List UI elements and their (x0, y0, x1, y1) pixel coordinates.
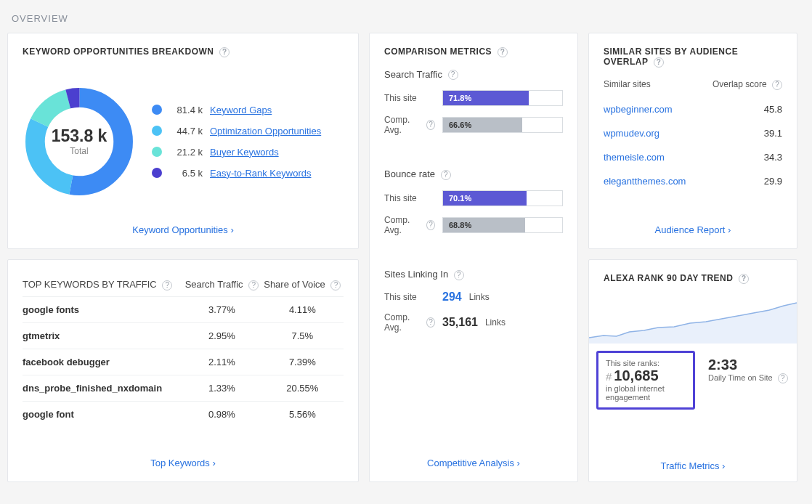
help-icon[interactable]: ? (739, 274, 749, 284)
similar-site-link[interactable]: wpbeginner.com (604, 104, 673, 115)
row-label: Comp. Avg.? (384, 215, 435, 235)
row-label: This site (384, 292, 435, 302)
legend: 81.4 k Keyword Gaps 44.7 k Optimization … (152, 105, 321, 179)
metric-label: Bounce rate (384, 168, 435, 179)
kw-cell: google fonts (23, 296, 182, 322)
rank-value: #10,685 (606, 367, 686, 384)
help-icon[interactable]: ? (772, 80, 782, 90)
bar-row-this-site: This site 71.8% (384, 90, 563, 106)
traffic-cell: 3.77% (182, 296, 261, 322)
share-cell: 20.55% (261, 375, 344, 401)
hash-icon: # (606, 370, 612, 383)
top-keywords-table: TOP KEYWORDS BY TRAFFIC ? Search Traffic… (23, 273, 344, 427)
legend-row: 6.5 k Easy-to-Rank Keywords (152, 168, 321, 179)
similar-site-link[interactable]: wpmudev.org (604, 128, 659, 139)
col-share-of-voice: Share of Voice ? (261, 273, 344, 296)
sites-linking-block: Sites Linking In ? This site 294 Links C… (384, 269, 563, 341)
col-keyword: TOP KEYWORDS BY TRAFFIC ? (23, 273, 182, 296)
kw-cell: gtmetrix (23, 322, 182, 349)
competitive-analysis-link[interactable]: Competitive Analysis (427, 458, 520, 468)
legend-link-optimization[interactable]: Optimization Opportunities (210, 126, 321, 137)
help-icon[interactable]: ? (162, 280, 172, 290)
legend-row: 21.2 k Buyer Keywords (152, 147, 321, 158)
legend-value: 6.5 k (169, 168, 203, 179)
rank-box: This site ranks: #10,685 in global inter… (596, 351, 695, 410)
similar-site-row: elegantthemes.com29.9 (604, 169, 782, 193)
rank-sub: in global internet engagement (606, 384, 686, 402)
bar-row-this-site: This site 70.1% (384, 190, 563, 206)
similar-site-link[interactable]: elegantthemes.com (604, 176, 686, 187)
donut-chart: 153.8 k Total (21, 84, 137, 200)
links-value: 294 (442, 290, 462, 304)
help-icon[interactable]: ? (441, 170, 451, 180)
bar-container: 70.1% (442, 190, 563, 206)
top-keywords-card: TOP KEYWORDS BY TRAFFIC ? Search Traffic… (7, 259, 359, 482)
table-row: google font0.98%5.56% (23, 401, 344, 427)
card-title-text: ALEXA RANK 90 DAY TREND (604, 273, 733, 283)
legend-value: 21.2 k (169, 147, 203, 158)
donut-total-value: 153.8 k (52, 126, 107, 146)
help-icon[interactable]: ? (426, 120, 435, 130)
help-icon[interactable]: ? (778, 373, 788, 383)
kw-cell: dns_probe_finished_nxdomain (23, 375, 182, 401)
help-icon[interactable]: ? (426, 220, 435, 230)
legend-link-easy[interactable]: Easy-to-Rank Keywords (210, 168, 311, 179)
traffic-cell: 2.11% (182, 349, 261, 375)
help-icon[interactable]: ? (219, 47, 230, 57)
metric-label: Sites Linking In (384, 269, 448, 280)
legend-dot-icon (152, 105, 162, 115)
bar-container: 66.6% (442, 117, 563, 133)
card-title: KEYWORD OPPORTUNITIES BREAKDOWN ? (23, 46, 344, 57)
top-keywords-link[interactable]: Top Keywords (150, 458, 216, 468)
card-title-text: KEYWORD OPPORTUNITIES BREAKDOWN (23, 46, 214, 57)
links-row-this-site: This site 294 Links (384, 290, 563, 304)
help-icon[interactable]: ? (248, 280, 259, 290)
traffic-cell: 0.98% (182, 401, 261, 427)
bar-container: 68.8% (442, 217, 563, 233)
kw-cell: facebook debugger (23, 349, 182, 375)
similar-site-row: wpbeginner.com45.8 (604, 97, 782, 121)
help-icon[interactable]: ? (448, 70, 458, 80)
help-icon[interactable]: ? (654, 57, 664, 68)
traffic-metrics-link[interactable]: Traffic Metrics (661, 460, 726, 471)
legend-link-buyer[interactable]: Buyer Keywords (210, 147, 279, 158)
similar-site-link[interactable]: themeisle.com (604, 152, 665, 163)
share-cell: 4.11% (261, 296, 344, 322)
kw-cell: google font (23, 401, 182, 427)
table-row: gtmetrix2.95%7.5% (23, 322, 344, 349)
bar-row-comp-avg: Comp. Avg.? 66.6% (384, 115, 563, 135)
help-icon[interactable]: ? (454, 270, 464, 280)
donut-total-label: Total (70, 146, 88, 156)
row-label: This site (384, 93, 435, 103)
overlap-score: 29.9 (764, 176, 782, 187)
legend-link-keyword-gaps[interactable]: Keyword Gaps (210, 105, 272, 115)
links-row-comp-avg: Comp. Avg.? 35,161 Links (384, 312, 563, 333)
legend-dot-icon (152, 168, 162, 178)
share-cell: 5.56% (261, 401, 344, 427)
share-cell: 7.39% (261, 349, 344, 375)
overlap-score: 45.8 (764, 104, 782, 115)
metric-label: Search Traffic (384, 69, 442, 80)
bar-value: 68.8% (443, 218, 525, 232)
bar-value: 71.8% (443, 91, 529, 105)
overlap-score: 34.3 (764, 152, 782, 163)
share-cell: 7.5% (261, 322, 344, 349)
sparkline-chart (589, 296, 797, 344)
audience-report-link[interactable]: Audience Report (655, 224, 731, 235)
time-box: 2:33 Daily Time on Site ? (708, 351, 788, 410)
card-title-text: TOP KEYWORDS BY TRAFFIC (23, 279, 157, 290)
page-title: OVERVIEW (12, 13, 800, 24)
help-icon[interactable]: ? (330, 280, 341, 290)
legend-dot-icon (152, 147, 162, 157)
help-icon[interactable]: ? (498, 47, 508, 57)
keyword-opportunities-link[interactable]: Keyword Opportunities (132, 224, 233, 235)
help-icon[interactable]: ? (426, 317, 435, 328)
card-title: COMPARISON METRICS ? (384, 46, 563, 57)
links-unit: Links (485, 317, 506, 328)
bar-value: 66.6% (443, 118, 522, 132)
col-similar-sites: Similar sites (604, 79, 651, 90)
card-title: SIMILAR SITES BY AUDIENCE OVERLAP ? (604, 46, 782, 68)
bar-row-comp-avg: Comp. Avg.? 68.8% (384, 215, 563, 235)
legend-dot-icon (152, 126, 162, 136)
similar-site-row: wpmudev.org39.1 (604, 121, 782, 145)
